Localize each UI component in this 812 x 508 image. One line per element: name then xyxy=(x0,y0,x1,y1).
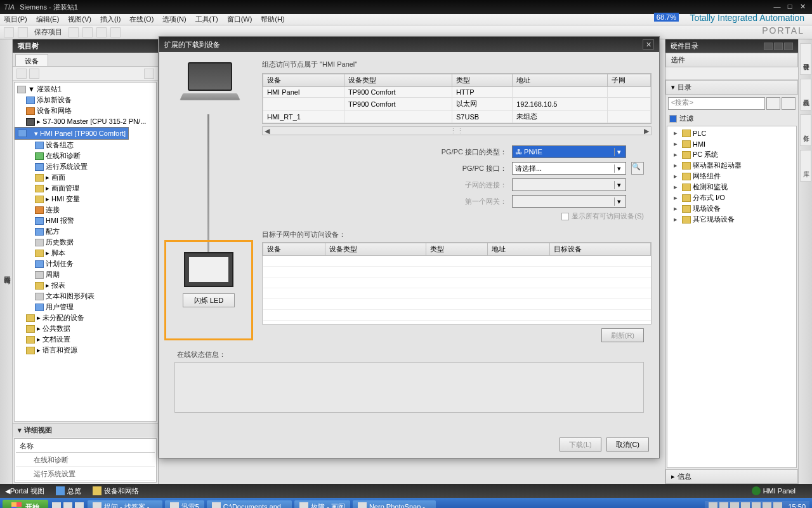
taskbar-app[interactable]: 提问 - 找答案 - ... xyxy=(88,500,162,509)
tree-item[interactable]: 设备组态 xyxy=(15,140,156,150)
tray-icon[interactable] xyxy=(719,502,728,508)
info-section[interactable]: ▸信息 xyxy=(665,469,798,484)
show-all-checkbox[interactable] xyxy=(561,213,569,220)
paste-icon[interactable] xyxy=(110,27,121,37)
system-tray[interactable]: 15:50 xyxy=(705,501,809,508)
tree-item[interactable]: ▸ 画面 xyxy=(15,172,156,183)
tray-icon[interactable] xyxy=(709,502,717,508)
menu-project[interactable]: 项目(P) xyxy=(4,15,27,24)
download-button[interactable]: 下载(L) xyxy=(560,438,601,451)
tree-item[interactable]: 周期 xyxy=(15,269,156,280)
tree-item[interactable]: 运行系统设置 xyxy=(15,161,156,172)
tree-item[interactable]: ▸ 文档设置 xyxy=(15,334,156,345)
pane-btn-icon[interactable] xyxy=(774,43,783,50)
flash-led-button[interactable]: 闪烁 LED xyxy=(183,293,235,307)
configure-icon[interactable]: 🔍 xyxy=(631,162,644,175)
tree-item[interactable]: ▸ 脚本 xyxy=(15,248,156,258)
catalog-item[interactable]: ▸分布式 I/O xyxy=(669,192,795,203)
catalog-item[interactable]: ▸驱动器和起动器 xyxy=(669,160,795,171)
minimize-button[interactable]: — xyxy=(771,3,783,11)
search-down-icon[interactable] xyxy=(766,97,780,110)
menu-online[interactable]: 在线(O) xyxy=(129,15,154,24)
taskbar-app[interactable]: 迅雷5 xyxy=(165,500,204,509)
taskbar-app[interactable]: 故障 - 画图 xyxy=(294,500,350,509)
catalog-item[interactable]: ▸PLC xyxy=(669,128,795,138)
new-project-icon[interactable] xyxy=(4,27,14,37)
menu-window[interactable]: 窗口(W) xyxy=(227,15,252,24)
menu-edit[interactable]: 编辑(E) xyxy=(36,15,60,24)
collapse-icon[interactable] xyxy=(144,69,154,79)
directory-section[interactable]: ▾目录 xyxy=(665,80,798,95)
cut-icon[interactable] xyxy=(82,27,93,37)
tray-icon[interactable] xyxy=(773,502,782,508)
tree-item[interactable]: 配方 xyxy=(15,226,156,237)
tree-item[interactable]: 用户管理 xyxy=(15,302,156,312)
rail-library[interactable]: 库 xyxy=(800,150,811,182)
devnet-tab[interactable]: 设备和网络 xyxy=(93,486,139,496)
portal-view-button[interactable]: ◀ Portal 视图 xyxy=(5,486,44,496)
rail-hw-catalog[interactable]: 硬件目录 xyxy=(800,43,811,75)
tree-item[interactable]: ▸ 公共数据 xyxy=(15,323,156,334)
open-project-icon[interactable] xyxy=(18,27,28,37)
tray-icon[interactable] xyxy=(730,502,739,508)
catalog-item[interactable]: ▸HMI xyxy=(669,138,795,149)
quicklaunch-icon[interactable] xyxy=(63,502,72,508)
detail-row[interactable]: 运行系统设置 xyxy=(16,468,155,481)
copy-icon[interactable] xyxy=(96,27,107,37)
dialog-close-button[interactable]: ✕ xyxy=(643,39,654,50)
tree-item[interactable]: ▸ 未分配的设备 xyxy=(15,312,156,323)
rail-tasks[interactable]: 任务 xyxy=(800,114,811,146)
tree-item[interactable]: ▼ 灌装站1 xyxy=(15,84,156,95)
save-label[interactable]: 保存项目 xyxy=(34,27,62,37)
tree-item[interactable]: 连接 xyxy=(15,204,156,215)
interface-select[interactable]: 请选择...▾ xyxy=(512,162,626,175)
tree-item[interactable]: ▸ S7-300 Master [CPU 315-2 PN/... xyxy=(15,116,156,127)
catalog-tree[interactable]: ▸PLC▸HMI▸PC 系统▸驱动器和起动器▸网络组件▸检测和监视▸分布式 I/… xyxy=(667,126,797,468)
menu-tools[interactable]: 工具(T) xyxy=(195,15,218,24)
quicklaunch-icon[interactable] xyxy=(52,502,61,508)
filter-checkbox[interactable] xyxy=(669,115,677,123)
close-button[interactable]: ✕ xyxy=(797,3,808,11)
nav-fwd-icon[interactable] xyxy=(29,69,39,79)
menu-options[interactable]: 选项(N) xyxy=(162,15,186,24)
pane-btn-icon[interactable] xyxy=(764,43,773,50)
cancel-button[interactable]: 取消(C) xyxy=(606,438,649,451)
tree-item[interactable]: ▾ HMI Panel [TP900 Comfort] xyxy=(15,127,129,140)
start-button[interactable]: 开始 xyxy=(3,500,48,509)
search-up-icon[interactable] xyxy=(782,97,796,110)
tray-icon[interactable] xyxy=(752,502,761,508)
catalog-search-input[interactable]: <搜索> xyxy=(668,97,765,110)
refresh-button[interactable]: 刷新(R) xyxy=(601,328,644,342)
menu-help[interactable]: 帮助(H) xyxy=(261,15,284,24)
interface-type-select[interactable]: 🖧 PN/IE▾ xyxy=(512,145,626,158)
catalog-item[interactable]: ▸现场设备 xyxy=(669,203,795,214)
maximize-button[interactable]: □ xyxy=(784,3,796,11)
taskbar-app[interactable]: C:\Documents and... xyxy=(207,500,292,509)
catalog-item[interactable]: ▸其它现场设备 xyxy=(669,214,795,225)
catalog-item[interactable]: ▸检测和监视 xyxy=(669,182,795,192)
quicklaunch-icon[interactable] xyxy=(75,502,84,508)
tree-item[interactable]: 历史数据 xyxy=(15,237,156,248)
taskbar-app[interactable]: Nero PhotoSnap -... xyxy=(353,500,436,509)
tree-item[interactable]: 文本和图形列表 xyxy=(15,291,156,302)
nav-back-icon[interactable] xyxy=(16,69,27,79)
tree-item[interactable]: 添加新设备 xyxy=(15,95,156,105)
tray-icon[interactable] xyxy=(763,502,771,508)
catalog-item[interactable]: ▸网络组件 xyxy=(669,171,795,182)
detail-row[interactable]: 在线和诊断 xyxy=(16,454,155,467)
tree-item[interactable]: 在线和诊断 xyxy=(15,150,156,161)
overview-tab[interactable]: 总览 xyxy=(56,486,81,496)
tab-devices[interactable]: 设备 xyxy=(15,54,48,66)
menu-view[interactable]: 视图(V) xyxy=(68,15,91,24)
table-scrollbar[interactable]: ◀⋮⋮▶ xyxy=(262,126,652,135)
pane-btn-icon[interactable] xyxy=(784,43,793,50)
menu-insert[interactable]: 插入(I) xyxy=(100,15,121,24)
tree-item[interactable]: ▸ 语言和资源 xyxy=(15,345,156,356)
project-tree[interactable]: ▼ 灌装站1添加新设备设备和网络▸ S7-300 Master [CPU 315… xyxy=(14,82,157,422)
rail-online-tools[interactable]: 在线工具 xyxy=(800,79,811,110)
tree-item[interactable]: ▸ 画面管理 xyxy=(15,183,156,194)
catalog-item[interactable]: ▸PC 系统 xyxy=(669,149,795,160)
tree-item[interactable]: HMI 报警 xyxy=(15,215,156,226)
save-icon[interactable] xyxy=(69,27,79,37)
options-section[interactable]: 选件 xyxy=(665,53,798,67)
